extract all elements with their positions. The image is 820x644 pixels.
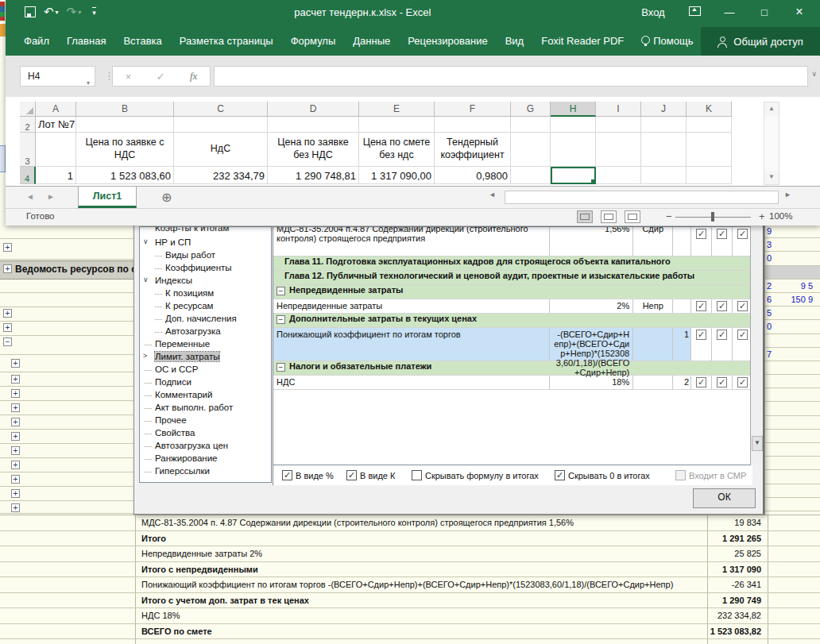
tree-item-indeksy[interactable]: ∨Индексы bbox=[140, 275, 271, 287]
cell-g2[interactable] bbox=[511, 117, 551, 133]
zoom-slider-handle[interactable] bbox=[711, 212, 714, 222]
col-header-k[interactable]: K bbox=[687, 102, 732, 117]
col-header-b[interactable]: B bbox=[76, 102, 174, 117]
grid-vertical-scrollbar[interactable]: ▲ ▼ bbox=[764, 102, 779, 185]
grid-row-chapter11[interactable]: Глава 11. Подготовка эксплуатационных ка… bbox=[273, 256, 752, 271]
checkbox[interactable]: ✓ bbox=[711, 299, 732, 313]
tree-item-koefficienty[interactable]: Коэффициенты bbox=[140, 262, 271, 275]
col-header-g[interactable]: G bbox=[511, 102, 551, 117]
row-header-4[interactable]: 4 bbox=[20, 167, 36, 184]
tab-file[interactable]: Файл bbox=[15, 35, 58, 56]
cell-e2[interactable] bbox=[359, 117, 435, 133]
totals-row[interactable]: Понижающий коэффициент по итогам торгов … bbox=[0, 577, 820, 593]
close-button[interactable]: × bbox=[782, 5, 817, 19]
col-header-e[interactable]: E bbox=[359, 102, 435, 117]
cell-a4[interactable]: 1 bbox=[36, 167, 76, 184]
expand-icon[interactable]: + bbox=[3, 243, 12, 252]
expand-icon[interactable]: + bbox=[11, 475, 20, 484]
cell-e4[interactable]: 1 317 090,00 bbox=[359, 167, 435, 184]
cell-g3[interactable] bbox=[511, 133, 551, 167]
formula-input[interactable] bbox=[214, 66, 808, 87]
next-sheet-button[interactable]: ► bbox=[47, 192, 55, 201]
row-header-3[interactable]: 3 bbox=[20, 133, 36, 167]
tab-review[interactable]: Рецензирование bbox=[399, 35, 496, 56]
scroll-down-button[interactable]: ▼ bbox=[764, 171, 779, 184]
horizontal-scrollbar[interactable] bbox=[505, 191, 779, 204]
tree-item-prochee[interactable]: Прочее bbox=[140, 415, 271, 427]
expand-icon[interactable]: + bbox=[11, 418, 20, 426]
row-header-2[interactable]: 2 bbox=[20, 117, 36, 133]
maximize-button[interactable]: □ bbox=[747, 6, 782, 18]
signin-button[interactable]: Вход bbox=[629, 6, 677, 18]
collapse-icon[interactable]: − bbox=[277, 287, 285, 295]
add-sheet-button[interactable]: ⊕ bbox=[161, 190, 172, 205]
tree-item-dop-nachisleniya[interactable]: Доп. начисления bbox=[140, 313, 271, 326]
page-layout-button[interactable] bbox=[601, 210, 617, 223]
tab-view[interactable]: Вид bbox=[497, 35, 533, 56]
cell-d3[interactable]: Цена по заявке без НДС bbox=[268, 133, 359, 167]
cell-k2[interactable] bbox=[687, 117, 732, 133]
tree-item-k-poziciyam[interactable]: К позициям bbox=[140, 287, 271, 300]
grid-row-nepredvidennye[interactable]: Непредвиденные затраты 2% Непр ✓ ✓ ✓ bbox=[273, 299, 752, 314]
sidebar-row-vedomost[interactable]: Ведомость ресурсов по см bbox=[0, 260, 135, 280]
expand-icon[interactable]: + bbox=[11, 389, 20, 398]
cell-b3[interactable]: Цена по заявке с НДС bbox=[76, 133, 174, 167]
cell-i4[interactable] bbox=[596, 167, 641, 184]
prev-sheet-button[interactable]: ◄ bbox=[26, 192, 34, 201]
grid-row-ponizhayushchij[interactable]: Понижающий коэффициент по итогам торгов … bbox=[273, 328, 752, 361]
cell-a2[interactable]: Лот №7 bbox=[36, 117, 76, 133]
checkbox[interactable]: ✓ bbox=[690, 227, 711, 256]
redo-button[interactable]: ↷▾ bbox=[67, 7, 82, 17]
select-all-corner[interactable] bbox=[20, 102, 36, 117]
expand-icon[interactable]: + bbox=[11, 375, 20, 384]
page-break-button[interactable] bbox=[625, 210, 640, 223]
tree-item-avtozagruzka[interactable]: Автозагрузка bbox=[140, 326, 271, 338]
undo-button[interactable]: ↶▾ bbox=[44, 7, 59, 17]
scroll-down-button[interactable]: ▼ bbox=[752, 436, 763, 451]
expand-icon[interactable]: + bbox=[11, 432, 20, 441]
expand-icon[interactable]: + bbox=[11, 489, 20, 498]
cell-j3[interactable] bbox=[641, 133, 687, 167]
cell-i2[interactable] bbox=[596, 117, 641, 133]
tab-page-layout[interactable]: Разметка страницы bbox=[171, 35, 282, 56]
cell-k4[interactable] bbox=[687, 167, 732, 184]
expand-icon[interactable]: + bbox=[3, 264, 12, 273]
cell-k3[interactable] bbox=[687, 133, 732, 167]
enter-button[interactable]: ✓ bbox=[157, 71, 165, 83]
cell-f3[interactable]: Тендерный коэффициент bbox=[435, 133, 511, 167]
cell-i3[interactable] bbox=[596, 133, 641, 167]
expand-icon[interactable]: + bbox=[3, 323, 12, 332]
expand-icon[interactable]: + bbox=[11, 503, 20, 512]
tree-item-os-i-ssr[interactable]: ОС и ССР bbox=[140, 364, 271, 376]
cell-a3[interactable] bbox=[36, 133, 76, 167]
cell-h2[interactable] bbox=[551, 117, 596, 133]
totals-row[interactable]: Итого с учетом доп. затрат в тек ценах1 … bbox=[0, 593, 820, 609]
col-header-i[interactable]: I bbox=[596, 102, 641, 117]
expand-icon[interactable]: + bbox=[11, 359, 20, 368]
option-v-vide-percent[interactable]: ✓В виде % bbox=[282, 470, 334, 480]
expand-formula-bar-icon[interactable]: ∨ bbox=[811, 70, 817, 78]
cell-b2[interactable] bbox=[76, 117, 174, 133]
checkbox[interactable]: ✓ bbox=[282, 470, 292, 480]
tree-item-akt-vypoln-rabot[interactable]: Акт выполн. работ bbox=[140, 402, 271, 415]
checkbox[interactable]: ✓ bbox=[690, 299, 711, 313]
checkbox[interactable]: ✓ bbox=[346, 470, 357, 480]
zoom-level[interactable]: 100% bbox=[769, 211, 792, 221]
cell-f2[interactable] bbox=[435, 117, 511, 133]
tab-foxit[interactable]: Foxit Reader PDF bbox=[532, 35, 632, 56]
tab-insert[interactable]: Вставка bbox=[114, 35, 170, 56]
totals-row[interactable]: Итого с непредвиденными1 317 090 bbox=[0, 562, 820, 578]
minimize-button[interactable]: — bbox=[712, 6, 747, 18]
totals-row[interactable]: МДС-81-35.2004 п. 4.87 Содержании дирекц… bbox=[0, 515, 820, 531]
checkbox[interactable]: ✓ bbox=[690, 328, 711, 361]
cell-c4[interactable]: 232 334,79 bbox=[174, 167, 268, 184]
checkbox[interactable]: ✓ bbox=[690, 376, 711, 389]
grid-section-nalogi[interactable]: −Налоги и обязательные платежи bbox=[273, 361, 752, 376]
hscroll-left-button[interactable]: ◄ bbox=[489, 191, 496, 199]
totals-row[interactable]: ВСЕГО по смете1 523 083,82 bbox=[0, 624, 820, 640]
col-header-d[interactable]: D bbox=[268, 102, 359, 117]
cell-f4[interactable]: 0,9800 bbox=[435, 167, 511, 184]
grid-row-nds[interactable]: НДС 18% 2 ✓ ✓ ✓ bbox=[273, 376, 752, 390]
zoom-in-button[interactable]: + bbox=[759, 210, 765, 222]
expand-icon[interactable]: + bbox=[11, 403, 20, 412]
